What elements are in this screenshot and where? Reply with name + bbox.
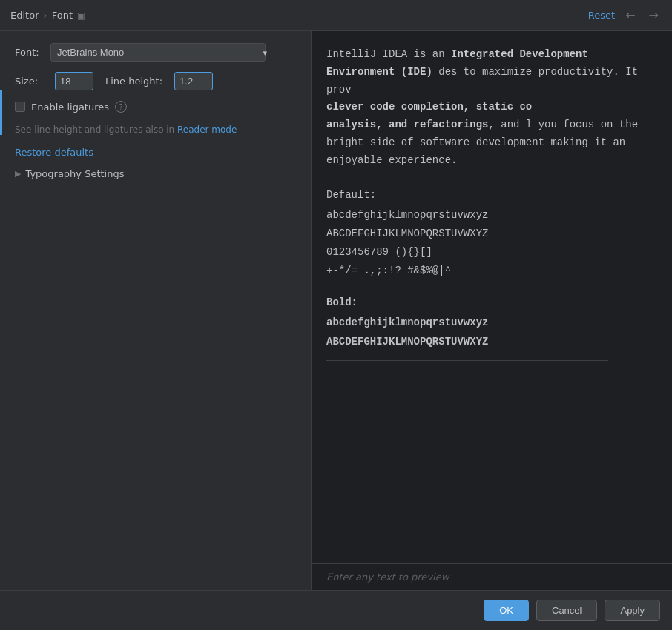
font-label: Font:: [15, 47, 43, 58]
apply-button[interactable]: Apply: [605, 600, 660, 621]
intro-bold-2: clever code completion, static co: [326, 101, 532, 113]
typography-label: Typography Settings: [25, 168, 124, 179]
line-height-label: Line height:: [105, 76, 162, 87]
default-symbols: +-*/= .,;:!? #&$%@|^: [326, 262, 657, 280]
size-label: Size:: [15, 76, 43, 87]
font-select-wrapper: JetBrains Mono: [50, 43, 273, 62]
intro-text-1: IntelliJ IDEA is an: [326, 48, 451, 60]
preview-intro: IntelliJ IDEA is an Integrated Developme…: [326, 46, 657, 170]
expand-arrow-icon: ▶: [15, 169, 21, 179]
default-upper: ABCDEFGHIJKLMNOPQRSTUVWXYZ: [326, 225, 657, 243]
nav-forward-button[interactable]: →: [646, 7, 662, 24]
cancel-button[interactable]: Cancel: [536, 600, 597, 621]
breadcrumb-editor: Editor: [10, 10, 39, 21]
left-panel: Font: JetBrains Mono Size: Line height: …: [0, 31, 312, 590]
window-icon: ▣: [77, 10, 85, 21]
preview-placeholder: Enter any text to preview: [326, 571, 449, 583]
info-text: See line height and ligatures also in Re…: [15, 123, 296, 136]
preview-divider: [326, 360, 608, 361]
size-input[interactable]: [55, 72, 93, 90]
main-content: Font: JetBrains Mono Size: Line height: …: [0, 31, 672, 590]
bold-label: Bold:: [326, 295, 657, 311]
intro-bold-3: analysis, and refactorings: [326, 119, 488, 130]
default-lower: abcdefghijklmnopqrstuvwxyz: [326, 206, 657, 225]
ok-button[interactable]: OK: [484, 600, 529, 621]
breadcrumb: Editor › Font ▣: [10, 10, 85, 21]
bold-lower: abcdefghijklmnopqrstuvwxyz: [326, 314, 657, 332]
font-select[interactable]: JetBrains Mono: [50, 43, 266, 62]
reset-link[interactable]: Reset: [588, 10, 615, 21]
preview-area: IntelliJ IDEA is an Integrated Developme…: [312, 31, 672, 563]
preview-input-area: Enter any text to preview: [312, 563, 672, 590]
nav-back-button[interactable]: ←: [622, 7, 638, 24]
help-icon[interactable]: ?: [115, 101, 127, 113]
breadcrumb-separator: ›: [43, 10, 47, 21]
bold-upper: ABCDEFGHIJKLMNOPQRSTUVWXYZ: [326, 333, 657, 351]
ligatures-label: Enable ligatures: [31, 102, 109, 113]
reader-mode-link[interactable]: Reader mode: [177, 125, 237, 135]
header: Editor › Font ▣ Reset ← →: [0, 0, 672, 31]
right-panel: IntelliJ IDEA is an Integrated Developme…: [312, 31, 672, 590]
font-row: Font: JetBrains Mono: [15, 43, 296, 62]
default-label: Default:: [326, 188, 657, 203]
ligatures-row: Enable ligatures ?: [15, 101, 296, 113]
header-actions: Reset ← →: [588, 7, 662, 24]
ligatures-checkbox[interactable]: [15, 102, 25, 112]
typography-row[interactable]: ▶ Typography Settings: [15, 168, 296, 179]
info-text-before: See line height and ligatures also in: [15, 125, 177, 135]
bottom-bar: OK Cancel Apply: [0, 590, 672, 630]
restore-defaults-link[interactable]: Restore defaults: [15, 147, 296, 158]
breadcrumb-font: Font: [52, 10, 73, 21]
size-row: Size: Line height:: [15, 72, 296, 90]
line-height-input[interactable]: [174, 72, 213, 90]
default-numbers: 0123456789 (){}[]: [326, 243, 657, 262]
